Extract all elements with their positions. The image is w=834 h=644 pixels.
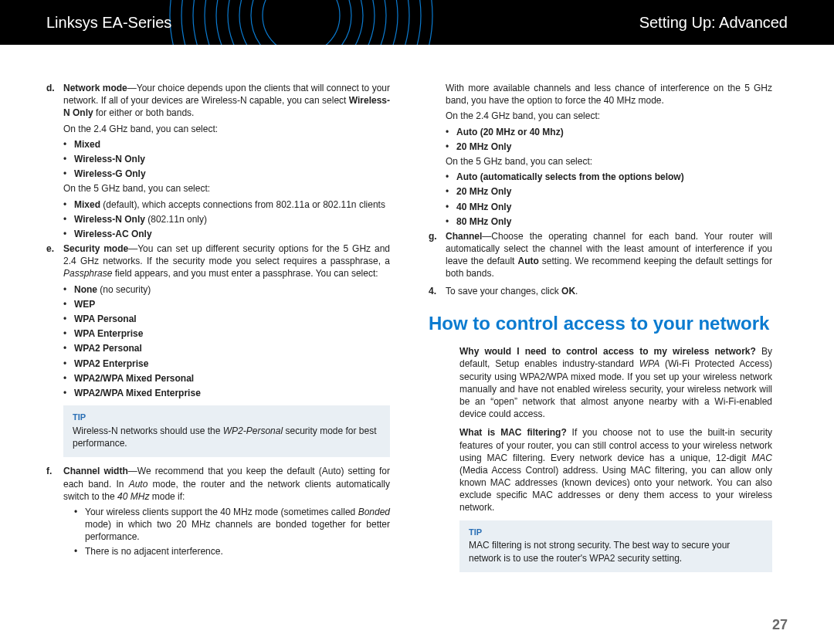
svg-point-4 [216,0,386,45]
tip-label: TIP [469,527,763,538]
list-item: Mixed (default), which accepts connectio… [63,198,390,211]
svg-point-2 [239,0,363,45]
list-item: Wireless-N Only [63,153,390,165]
list-item: WPA Enterprise [63,327,390,340]
list-item: Your wireless clients support the 40 MHz… [74,506,390,544]
tip-box-1: TIP Wireless-N networks should use the W… [63,405,390,457]
d-sub2: On the 5 GHz band, you can select: [63,182,390,195]
c2-list1: Auto (20 MHz or 40 Mhz) 20 MHz Only [446,126,772,153]
list-item: Mixed [63,138,390,151]
list-item: WPA Personal [63,313,390,325]
list-item: 20 MHz Only [446,141,772,153]
paragraph: Why would I need to control access to my… [459,345,772,420]
list-item: 40 MHz Only [446,201,772,213]
svg-point-1 [251,0,351,45]
svg-point-8 [170,0,432,45]
list-item: Auto (20 MHz or 40 Mhz) [446,126,772,138]
column-left: d. Network mode—Your choice depends upon… [46,82,390,580]
f-list: Your wireless clients support the 40 MHz… [74,506,390,558]
column-right: With more available channels and less ch… [429,82,772,580]
section-heading: How to control access to your network [429,311,772,336]
list-item: WPA2 Enterprise [63,358,390,370]
tip-text: Wireless-N networks should use the WP2-P… [73,425,381,449]
tip-text: MAC filtering is not strong security. Th… [469,539,763,564]
e-list: None (no security) WEP WPA Personal WPA … [63,283,390,400]
list-item: Wireless-G Only [63,168,390,180]
top-continuation: With more available channels and less ch… [429,82,772,107]
svg-point-3 [228,0,375,45]
list-item: 20 MHz Only [446,185,772,198]
list-item: WEP [63,298,390,310]
header-section-title: Setting Up: Advanced [639,14,788,32]
c2-sub2: On the 5 GHz band, you can select: [446,155,772,168]
list-item: 80 MHz Only [446,215,772,228]
page-number: 27 [772,617,788,633]
item-g: g. Channel—Choose the operating channel … [429,230,772,280]
c2-list2: Auto (automatically selects from the opt… [446,171,772,228]
list-item: WPA2/WPA Mixed Enterprise [63,387,390,399]
svg-point-5 [205,0,398,45]
list-item: None (no security) [63,283,390,296]
list-item: Wireless-AC Only [63,228,390,240]
item-f: f. Channel width—We recommend that you k… [46,465,390,503]
item-e: e. Security mode—You can set up differen… [46,242,390,280]
section-body: Why would I need to control access to my… [459,345,772,514]
item-4: 4. To save your changes, click OK. [429,285,772,297]
list-item: Wireless-N Only (802.11n only) [63,213,390,225]
svg-point-7 [181,0,421,45]
decorative-rings [162,0,440,45]
page-body: d. Network mode—Your choice depends upon… [0,45,834,580]
list-item: Auto (automatically selects from the opt… [446,171,772,183]
svg-point-0 [263,0,340,45]
d-sub1: On the 2.4 GHz band, you can select: [63,123,390,135]
page-header: Linksys EA-Series Setting Up: Advanced [0,0,834,45]
header-product-name: Linksys EA-Series [46,14,171,32]
paragraph: What is MAC filtering? If you choose not… [459,426,772,514]
tip-label: TIP [73,412,381,423]
c2-sub1: On the 2.4 GHz band, you can select: [446,110,772,122]
d-list2: Mixed (default), which accepts connectio… [63,198,390,241]
list-item: WPA2/WPA Mixed Personal [63,372,390,385]
tip-box-2: TIP MAC filtering is not strong security… [459,520,772,572]
list-item: WPA2 Personal [63,342,390,354]
svg-point-6 [193,0,409,45]
list-item: There is no adjacent interference. [74,545,390,558]
item-d: d. Network mode—Your choice depends upon… [46,82,390,120]
d-list1: Mixed Wireless-N Only Wireless-G Only [63,138,390,181]
